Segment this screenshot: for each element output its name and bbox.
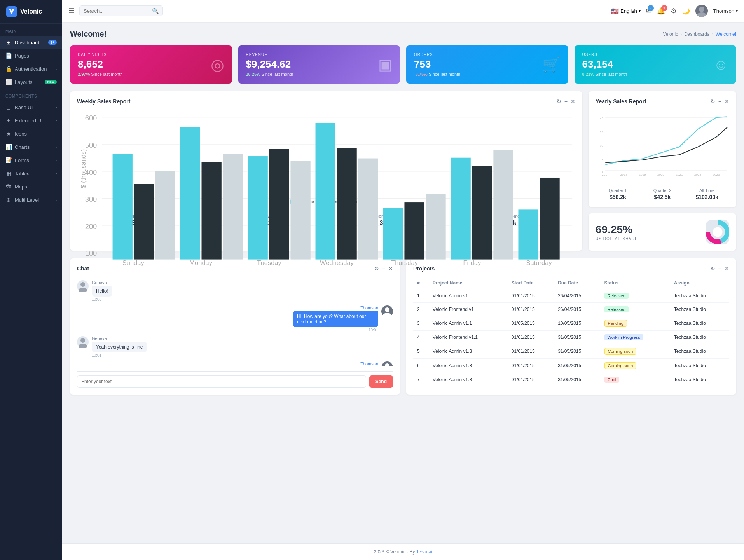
cell-status: Released: [601, 303, 670, 316]
svg-text:100: 100: [85, 249, 97, 257]
dark-mode-icon[interactable]: 🌙: [682, 7, 690, 15]
charts-icon: 📊: [5, 144, 12, 150]
tables-icon: ▦: [5, 170, 12, 176]
notification-icon-btn[interactable]: 🔔 3: [657, 7, 665, 15]
svg-rect-19: [223, 154, 243, 260]
footer-text: 2023 © Velonic - By 17sucai: [374, 549, 432, 555]
svg-text:200: 200: [85, 222, 97, 230]
refresh-icon[interactable]: ↻: [711, 98, 715, 105]
col-project-name: Project Name: [429, 277, 508, 289]
table-row: 6 Velonic Admin v1.3 01/01/2015 31/05/20…: [413, 359, 729, 373]
svg-text:2021: 2021: [676, 173, 683, 176]
svg-point-63: [79, 288, 87, 292]
avatar[interactable]: [695, 5, 708, 17]
topbar: ☰ 🔍 🇺🇸 English ▾ ✉ 5 🔔 3 ⚙: [62, 0, 744, 22]
cell-project-name: Velonic Admin v1.3: [429, 373, 508, 387]
sidebar-item-layouts[interactable]: ⬜ Layouts New: [0, 75, 62, 89]
cell-status: Coming soon: [601, 359, 670, 373]
chat-time: 10:01: [293, 328, 378, 332]
users-icon: ☺: [713, 56, 728, 73]
refresh-icon[interactable]: ↻: [711, 265, 715, 272]
language-selector[interactable]: 🇺🇸 English ▾: [611, 7, 641, 15]
chevron-right-icon: ›: [56, 54, 57, 58]
sidebar-item-icons[interactable]: ★ Icons ›: [0, 127, 62, 140]
sidebar-item-multi-level[interactable]: ⊕ Multi Level ›: [0, 193, 62, 206]
chat-input[interactable]: [77, 375, 366, 388]
right-col: Yearly Sales Report ↻ − ✕ 45 36: [589, 91, 736, 251]
search-input[interactable]: [84, 8, 150, 14]
svg-point-62: [80, 282, 85, 287]
chevron-down-icon: ▾: [736, 9, 738, 13]
weekly-sales-header: Weekly Sales Report ↻ − ✕: [77, 98, 575, 105]
mail-badge: 5: [648, 5, 654, 11]
svg-point-66: [80, 338, 85, 343]
breadcrumb-current: Welcome!: [716, 31, 736, 37]
table-row: 1 Velonic Admin v1 01/01/2015 26/04/2015…: [413, 289, 729, 303]
sidebar-components-label: Components: [0, 89, 62, 101]
bar-chart-svg: 600 500 400 300 200 100: [77, 110, 575, 267]
sidebar-item-label: Layouts: [15, 79, 42, 85]
cell-project-name: Velonic Admin v1.1: [429, 316, 508, 331]
svg-rect-17: [180, 127, 200, 260]
mail-icon-btn[interactable]: ✉ 5: [646, 7, 651, 15]
sidebar-item-label: Extended UI: [15, 118, 52, 124]
chat-input-row: Send: [77, 371, 393, 388]
svg-rect-14: [113, 154, 133, 260]
sidebar-item-authentication[interactable]: 🔒 Authentication ›: [0, 62, 62, 75]
stat-card-daily-visits: DAILY VISITS 8,652 2.97% Since last mont…: [70, 45, 232, 84]
weekly-sales-title: Weekly Sales Report: [77, 98, 130, 105]
chevron-right-icon: ›: [56, 198, 57, 202]
eye-icon: ◎: [211, 56, 224, 73]
sidebar-item-label: Dashboard: [15, 40, 45, 45]
settings-icon[interactable]: ⚙: [671, 7, 677, 15]
yearly-sales-header: Yearly Sales Report ↻ − ✕: [596, 98, 729, 105]
user-name-display[interactable]: Thomson ▾: [713, 8, 738, 14]
cell-num: 6: [413, 359, 429, 373]
pie-chart-svg: [706, 220, 729, 244]
bottom-row: Chat ↻ − ✕: [70, 258, 736, 395]
send-button[interactable]: Send: [369, 375, 393, 388]
svg-text:2023: 2023: [713, 173, 720, 176]
breadcrumb-dashboards: Dashboards: [684, 31, 709, 37]
close-icon[interactable]: ✕: [725, 98, 729, 105]
sidebar-item-charts[interactable]: 📊 Charts ›: [0, 140, 62, 154]
svg-point-1: [697, 12, 706, 17]
cell-due-date: 26/04/2015: [554, 303, 600, 316]
svg-rect-20: [248, 156, 268, 260]
sidebar-item-forms[interactable]: 📝 Forms ›: [0, 154, 62, 167]
hamburger-icon[interactable]: ☰: [68, 7, 75, 15]
sidebar-item-tables[interactable]: ▦ Tables ›: [0, 167, 62, 180]
yearly-chart-svg: 45 36 27 18 9: [596, 110, 729, 180]
sidebar-item-pages[interactable]: 📄 Pages ›: [0, 49, 62, 62]
stat-change: 18.25% Since last month: [246, 72, 293, 77]
footer-link[interactable]: 17sucai: [416, 549, 432, 555]
chevron-down-icon: ▾: [639, 9, 641, 13]
yearly-sales-card: Yearly Sales Report ↻ − ✕ 45 36: [589, 91, 736, 207]
quarter-stats: Quarter 1 $56.2k Quarter 2 $42.5k All Ti…: [596, 183, 729, 200]
sidebar-item-extended-ui[interactable]: ✦ Extended UI ›: [0, 114, 62, 127]
sidebar-item-label: Forms: [15, 157, 52, 163]
minimize-icon[interactable]: −: [564, 98, 568, 105]
close-icon[interactable]: ✕: [571, 98, 575, 105]
search-box[interactable]: 🔍: [79, 5, 163, 16]
stat-cards: DAILY VISITS 8,652 2.97% Since last mont…: [70, 45, 736, 84]
quarter-2: Quarter 2 $42.5k: [640, 188, 685, 200]
svg-text:Monday: Monday: [189, 259, 212, 266]
forms-icon: 📝: [5, 157, 12, 163]
svg-rect-25: [358, 159, 378, 260]
refresh-icon[interactable]: ↻: [557, 98, 561, 105]
sidebar-item-dashboard[interactable]: ⊞ Dashboard 9+: [0, 36, 62, 49]
cell-start-date: 01/01/2015: [508, 344, 554, 359]
minimize-icon[interactable]: −: [718, 265, 721, 272]
card-actions: ↻ − ✕: [557, 98, 575, 105]
sidebar-item-maps[interactable]: 🗺 Maps ›: [0, 180, 62, 193]
svg-point-67: [79, 344, 87, 348]
cell-due-date: 10/05/2015: [554, 316, 600, 331]
cell-status: Cool: [601, 373, 670, 387]
svg-rect-22: [290, 161, 310, 260]
minimize-icon[interactable]: −: [718, 98, 721, 105]
col-start-date: Start Date: [508, 277, 554, 289]
sidebar-item-base-ui[interactable]: ◻ Base UI ›: [0, 101, 62, 114]
close-icon[interactable]: ✕: [725, 265, 729, 272]
stat-value: $9,254.62: [246, 58, 293, 70]
